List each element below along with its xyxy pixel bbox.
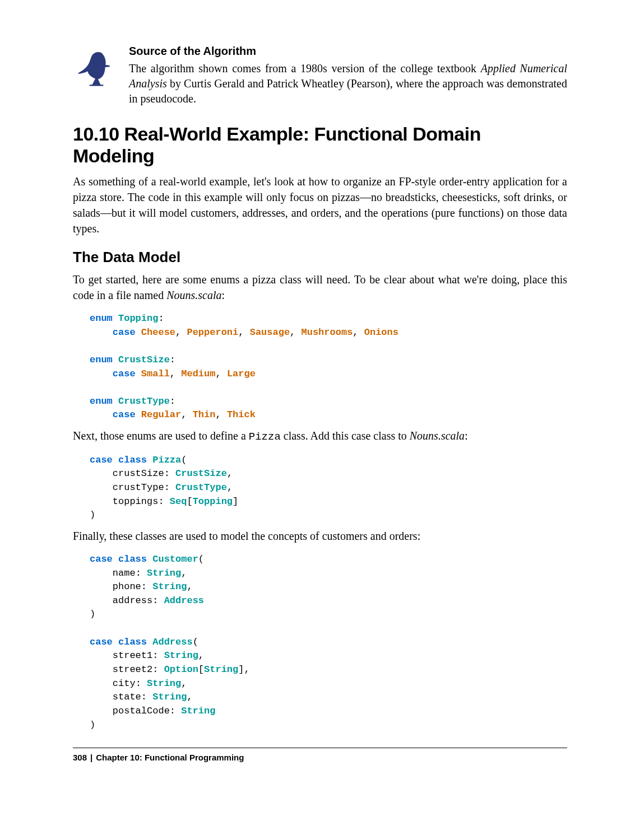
note-text-b: by Curtis Gerald and Patrick Wheatley (P… [129,77,567,105]
section-heading: 10.10 Real-World Example: Functional Dom… [73,123,567,167]
note-body: Source of the Algorithm The algorithm sh… [129,45,567,106]
field-name: crustType [113,482,164,493]
crow-icon [73,47,118,94]
subsection-heading: The Data Model [73,249,567,266]
footer-divider: | [90,753,92,762]
type-address: Address [152,637,192,647]
para1-em: Nouns.scala [166,289,221,301]
footer-rule [73,748,567,748]
para2-c: : [465,430,468,442]
chapter-label: Chapter 10: Functional Programming [96,753,244,762]
para1-b: : [222,289,225,301]
field-type: String [164,650,198,661]
field-type: String [147,568,181,578]
kw-enum: enum [90,354,113,365]
enum-val: Medium [181,368,215,379]
field-type: String [152,692,187,702]
field-name: name [113,568,136,578]
field-type: CrustSize [175,468,227,479]
para2-b: class. Add this case class to [281,430,410,442]
field-name: city [113,678,136,689]
para-3: Finally, these classes are used to model… [73,528,567,544]
field-type: String [152,581,187,592]
type-pizza: Pizza [152,455,181,465]
field-type: Option [164,664,198,675]
kw-case-class: case class [90,637,147,647]
enum-val: Sausage [250,327,290,338]
field-name: address [113,595,152,606]
field-type: String [147,678,181,689]
field-type: Seq [170,496,187,507]
type-customer: Customer [152,554,198,564]
para2-a: Next, those enums are used to define a [73,430,249,442]
field-name: street2 [113,664,152,675]
para1-a: To get started, here are some enums a pi… [73,273,567,301]
enum-val: Thick [227,409,256,420]
page-footer: 308|Chapter 10: Functional Programming [73,753,567,762]
kw-case: case [113,409,136,420]
field-name: phone [113,581,141,592]
para2-code: Pizza [249,431,281,443]
enum-val: Mushrooms [302,327,353,338]
kw-case-class: case class [90,554,147,564]
enum-val: Pepperoni [187,327,238,338]
note-text-a: The algorithm shown comes from a 1980s v… [129,62,481,74]
section-intro: As something of a real-world example, le… [73,174,567,236]
enum-val: Regular [141,409,181,420]
note-text: The algorithm shown comes from a 1980s v… [129,61,567,106]
enum-val: Cheese [141,327,175,338]
field-type: Address [164,595,204,606]
field-name: crustSize [113,468,164,479]
field-type: String [204,664,238,675]
code-block-customer-address: case class Customer( name: String, phone… [90,553,567,732]
type-crustsize: CrustSize [118,354,170,365]
type-crusttype: CrustType [118,396,170,407]
kw-enum: enum [90,313,113,324]
field-name: toppings [113,496,159,507]
page: Source of the Algorithm The algorithm sh… [0,0,640,785]
para2-em: Nouns.scala [410,430,465,442]
page-number: 308 [73,753,87,762]
enum-val: Thin [193,409,216,420]
field-type: CrustType [175,482,227,493]
kw-case: case [113,327,136,338]
field-type: String [181,706,215,716]
field-type: Topping [193,496,233,507]
note-title: Source of the Algorithm [129,45,567,58]
para-2: Next, those enums are used to define a P… [73,428,567,445]
field-name: state [113,692,141,702]
field-name: street1 [113,650,152,661]
kw-case-class: case class [90,455,147,465]
kw-case: case [113,368,136,379]
enum-val: Small [141,368,170,379]
field-name: postalCode [113,706,170,716]
type-topping: Topping [118,313,158,324]
note-block: Source of the Algorithm The algorithm sh… [73,45,567,106]
para-1: To get started, here are some enums a pi… [73,272,567,303]
enum-val: Large [227,368,256,379]
code-block-enums: enum Topping: case Cheese, Pepperoni, Sa… [90,312,567,422]
code-block-pizza: case class Pizza( crustSize: CrustSize, … [90,454,567,522]
kw-enum: enum [90,396,113,407]
enum-val: Onions [364,327,398,338]
